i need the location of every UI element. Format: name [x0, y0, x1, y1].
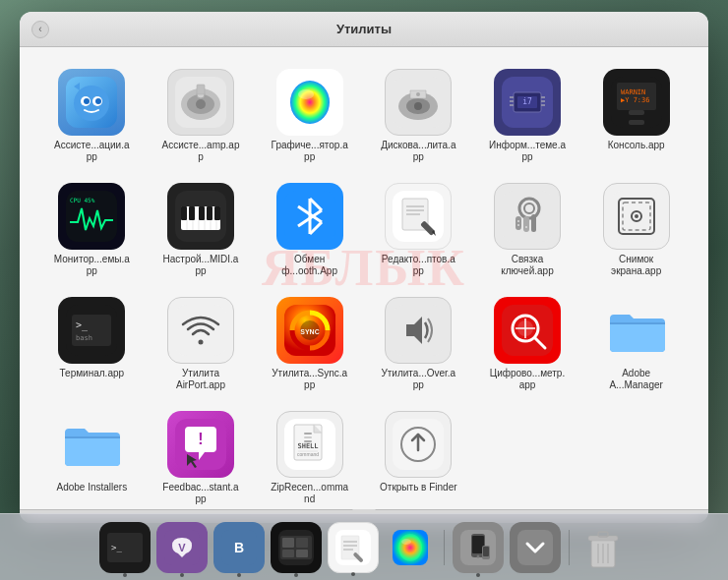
- app-item-assistent-acji[interactable]: Ассисте...ации.app: [39, 63, 145, 169]
- svg-point-19: [416, 92, 420, 96]
- app-item-screenshot[interactable]: Снимок экрана.app: [583, 177, 689, 283]
- app-item-terminal[interactable]: >_ bash Терминал.app: [39, 291, 145, 397]
- app-icon-feedback: !: [167, 411, 234, 478]
- app-label: Монитор...емы.app: [52, 254, 131, 277]
- content-area[interactable]: ЯБЛЫК: [20, 47, 708, 509]
- svg-rect-68: [523, 216, 529, 232]
- svg-rect-119: [282, 550, 294, 557]
- app-item-adobe-installers[interactable]: Adobe Installers: [39, 405, 145, 509]
- app-item-inform[interactable]: i7 Информ...теме.app: [475, 63, 580, 169]
- svg-text:bash: bash: [76, 334, 92, 342]
- svg-text:!: !: [198, 431, 203, 447]
- app-icon-voiceover: [385, 297, 452, 364]
- svg-rect-105: [304, 436, 312, 438]
- dock-item-chevron[interactable]: [510, 522, 561, 573]
- svg-point-18: [414, 102, 422, 110]
- svg-rect-106: [304, 440, 312, 442]
- app-icon-zip: SHELL command: [276, 411, 343, 478]
- svg-text:WARNIN: WARNIN: [621, 88, 645, 96]
- app-item-adobe-manager[interactable]: Adobe A...Manager: [583, 291, 689, 397]
- svg-rect-104: [304, 433, 312, 435]
- app-item-editor[interactable]: Редакто...птов.app: [366, 177, 471, 283]
- svg-point-5: [95, 98, 101, 104]
- app-icon-terminal: >_ bash: [58, 297, 125, 364]
- svg-rect-143: [598, 532, 608, 537]
- svg-point-133: [477, 554, 480, 557]
- svg-text:V: V: [178, 542, 186, 553]
- svg-rect-135: [483, 547, 489, 556]
- app-label: Связка ключей.app: [488, 254, 567, 277]
- app-item-keychain[interactable]: Связка ключей.app: [475, 177, 580, 283]
- svg-point-13: [290, 81, 330, 124]
- app-icon-folder-blue: [603, 297, 670, 364]
- svg-text:SHELL: SHELL: [297, 442, 318, 450]
- app-icon-graphic: [276, 69, 343, 136]
- app-label: Обмен ф...ooth.App: [271, 254, 349, 277]
- svg-rect-23: [510, 96, 514, 98]
- svg-rect-44: [214, 206, 220, 220]
- app-item-grafichesky[interactable]: Графиче...ятор.app: [257, 63, 362, 169]
- app-icon-info: i7: [494, 69, 561, 136]
- dock-item-grapher[interactable]: [385, 522, 436, 573]
- dock-item-iphone[interactable]: [453, 522, 504, 573]
- dock-separator: [444, 530, 445, 565]
- app-label: Цифрово...метр.app: [488, 368, 567, 391]
- svg-text:▶Y 7:36: ▶Y 7:36: [621, 96, 650, 104]
- svg-text:command: command: [297, 451, 319, 457]
- svg-rect-69: [531, 214, 536, 232]
- app-item-bluetooth[interactable]: Обмен ф...ooth.App: [257, 177, 362, 283]
- app-label: Графиче...ятор.app: [271, 140, 349, 163]
- app-label: Редакто...птов.app: [379, 254, 457, 277]
- back-button[interactable]: ‹: [31, 21, 49, 38]
- svg-text:>_: >_: [111, 543, 122, 552]
- app-label: Дискова...лита.app: [379, 140, 457, 163]
- app-item-feedback[interactable]: ! Feedbac...stant.app: [149, 405, 254, 509]
- app-icon-monitor: CPU 45%: [58, 183, 125, 250]
- app-label: Терминал.app: [60, 368, 125, 379]
- app-item-konsol[interactable]: WARNIN ▶Y 7:36 Консоль.app: [583, 63, 689, 169]
- svg-rect-28: [541, 104, 545, 106]
- app-item-airport[interactable]: Утилита AirPort.app: [149, 291, 254, 397]
- dock-item-vk[interactable]: В: [213, 522, 265, 573]
- app-label: ZipRecen...ommand: [271, 482, 349, 505]
- svg-text:>_: >_: [76, 319, 89, 331]
- app-item-zip[interactable]: SHELL command ZipRecen...ommand: [257, 405, 362, 509]
- app-icon-folder-blue2: [58, 411, 125, 478]
- app-label: Утилита...Over.app: [379, 368, 457, 391]
- app-icon-airport: [167, 297, 234, 364]
- svg-rect-118: [296, 538, 308, 548]
- app-label: Настрой...MIDI.app: [161, 254, 240, 277]
- app-icon-finder: [58, 69, 125, 136]
- app-icon-disk2: [385, 69, 452, 136]
- app-item-diskova[interactable]: Дискова...лита.app: [366, 63, 471, 169]
- svg-rect-24: [510, 100, 514, 102]
- app-item-open-finder[interactable]: Открыть в Finder: [366, 405, 471, 509]
- dock: >_ V В: [0, 513, 728, 580]
- svg-rect-71: [517, 220, 519, 222]
- app-icon-colormetr: [494, 297, 561, 364]
- dock-item-photos[interactable]: [271, 522, 322, 573]
- app-label: Снимок экрана.app: [597, 254, 676, 277]
- app-item-sync[interactable]: SYNC Утилита...Sync.app: [257, 291, 362, 397]
- dock-item-trash[interactable]: [577, 522, 629, 573]
- app-item-monitor[interactable]: CPU 45% Монитор...емы.app: [39, 177, 145, 283]
- app-item-colormetr[interactable]: Цифрово...метр.app: [475, 291, 580, 397]
- app-icon-keychain: [494, 183, 561, 250]
- app-item-voiceover[interactable]: Утилита...Over.app: [366, 291, 471, 397]
- dock-item-viber[interactable]: V: [156, 522, 208, 573]
- svg-point-83: [198, 340, 203, 345]
- app-icon-open-finder: [385, 411, 452, 478]
- app-item-midi[interactable]: Настрой...MIDI.app: [149, 177, 254, 283]
- app-icon-editor: [385, 183, 452, 250]
- svg-rect-72: [525, 226, 527, 228]
- svg-rect-42: [199, 206, 205, 220]
- dock-item-terminal[interactable]: >_: [99, 522, 151, 573]
- dock-item-textedit[interactable]: [328, 522, 379, 573]
- app-item-assistent-amp[interactable]: Ассисте...amp.app: [149, 63, 254, 169]
- svg-text:SYNC: SYNC: [300, 328, 319, 335]
- app-label: Feedbac...stant.app: [161, 482, 240, 505]
- app-label: Утилита...Sync.app: [271, 368, 349, 391]
- svg-rect-35: [629, 120, 644, 125]
- svg-rect-70: [517, 224, 519, 226]
- svg-text:CPU 45%: CPU 45%: [70, 197, 95, 203]
